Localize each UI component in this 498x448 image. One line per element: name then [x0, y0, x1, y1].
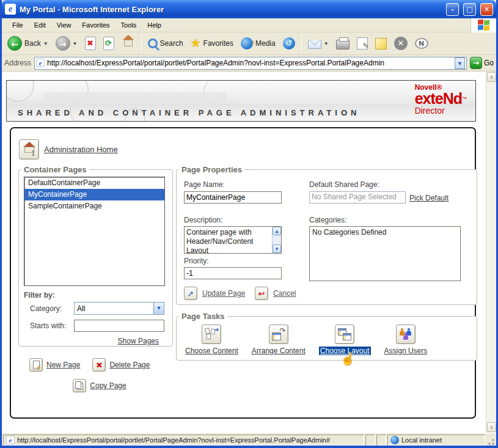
- scroll-up-icon[interactable]: ▲: [273, 227, 281, 235]
- new-page-icon[interactable]: +: [29, 358, 43, 372]
- status-zone-label: Local intranet: [401, 436, 442, 444]
- choose-content-link[interactable]: Choose Content: [185, 347, 238, 355]
- go-arrow-icon: →: [470, 57, 482, 69]
- description-textarea[interactable]: Container page with Header/Nav/Content L…: [184, 226, 282, 254]
- pick-default-link[interactable]: Pick Default: [409, 194, 449, 202]
- categories-listbox[interactable]: No Categories Defined: [309, 226, 461, 281]
- update-page-icon[interactable]: ➚: [184, 287, 197, 300]
- scroll-down-icon[interactable]: ▼: [273, 244, 281, 253]
- list-item[interactable]: DefaultContainerPage: [24, 177, 164, 189]
- mail-dropdown-caret[interactable]: ▼: [324, 41, 329, 46]
- assign-users-icon[interactable]: [396, 325, 416, 344]
- delete-page-link[interactable]: Delete Page: [109, 361, 150, 369]
- address-dropdown-button[interactable]: ▼: [455, 57, 465, 69]
- chevron-down-icon[interactable]: ▼: [153, 303, 164, 314]
- close-button[interactable]: ✕: [480, 3, 493, 16]
- menu-favorites[interactable]: Favorites: [76, 20, 115, 31]
- menu-bar: File Edit View Favorites Tools Help: [2, 18, 496, 32]
- page-name-input[interactable]: [184, 191, 282, 204]
- vertical-scrollbar[interactable]: ∧ ∨: [486, 72, 496, 433]
- cancel-icon[interactable]: ↩: [255, 287, 268, 300]
- page-actions: + New Page ✖ Delete Page Copy Page: [29, 358, 170, 392]
- mail-button[interactable]: ▼: [305, 36, 332, 51]
- task-choose-layout: Choose Layout ☝: [319, 325, 371, 355]
- toolbar-separator: [301, 35, 302, 51]
- category-label: Category:: [30, 304, 74, 313]
- arrange-content-link[interactable]: Arrange Content: [252, 347, 306, 355]
- edit-button[interactable]: [354, 35, 371, 51]
- hand-cursor-icon: ☝: [340, 351, 356, 366]
- forward-button[interactable]: → ▼: [53, 34, 81, 53]
- toolbar-separator: [141, 35, 142, 51]
- home-button[interactable]: [119, 35, 138, 52]
- update-page-link[interactable]: Update Page: [202, 289, 245, 298]
- arrange-content-icon[interactable]: ↷: [269, 325, 288, 344]
- search-button[interactable]: Search: [145, 37, 186, 50]
- history-button[interactable]: [280, 35, 298, 51]
- status-spacer-cell: [365, 435, 375, 446]
- sticky-note-icon: [375, 38, 387, 50]
- resize-grip[interactable]: [486, 435, 495, 446]
- menu-tools[interactable]: Tools: [115, 20, 142, 31]
- assign-users-link[interactable]: Assign Users: [384, 347, 428, 355]
- delete-page-action: ✖ Delete Page: [92, 358, 150, 372]
- back-dropdown-caret[interactable]: ▼: [43, 41, 48, 46]
- cancel-link[interactable]: Cancel: [273, 289, 296, 298]
- new-page-link[interactable]: New Page: [46, 361, 80, 369]
- show-pages-link[interactable]: Show Pages: [118, 337, 159, 345]
- scroll-up-icon[interactable]: ∧: [487, 72, 496, 82]
- back-button[interactable]: ← Back ▼: [4, 34, 51, 53]
- stop-button[interactable]: ✖: [82, 35, 99, 52]
- copy-page-link[interactable]: Copy Page: [90, 381, 126, 390]
- category-select[interactable]: All ▼: [74, 302, 164, 315]
- stop-icon: ✖: [85, 37, 96, 50]
- messenger-x-icon: ✕: [394, 37, 408, 50]
- address-input[interactable]: e http://localhost/ExpressPortal/portal/…: [34, 57, 467, 70]
- update-cancel-row: ➚ Update Page ↩ Cancel: [184, 287, 296, 300]
- description-scrollbar[interactable]: ▲ ▼: [272, 227, 281, 253]
- list-item[interactable]: MyContainerPage: [24, 189, 164, 200]
- page-tasks-fieldset: Page Tasks ➜ Choose Content ↷ Arrange Co…: [176, 312, 477, 361]
- menu-view[interactable]: View: [51, 20, 77, 31]
- starts-with-label: Starts with:: [30, 321, 74, 330]
- starts-with-input[interactable]: [74, 320, 164, 332]
- default-shared-page-label: Default Shared Page:: [309, 180, 379, 189]
- refresh-icon: ⟳: [103, 37, 114, 50]
- page-icon: e: [6, 436, 15, 444]
- forward-dropdown-caret[interactable]: ▼: [73, 41, 78, 46]
- container-pages-listbox[interactable]: DefaultContainerPage MyContainerPage Sam…: [24, 177, 165, 286]
- standard-toolbar: ← Back ▼ → ▼ ✖ ⟳ Search ★ Favorites Medi…: [2, 32, 496, 55]
- priority-input[interactable]: [184, 267, 282, 279]
- windows-flag-icon: [478, 20, 490, 31]
- media-button[interactable]: Media: [238, 35, 279, 51]
- admin-home-link[interactable]: Administration Home: [44, 145, 118, 154]
- page-properties-legend: Page Properties: [179, 165, 244, 174]
- list-item[interactable]: SampleContainerPage: [24, 200, 164, 212]
- address-bar: Address e http://localhost/ExpressPortal…: [2, 55, 496, 72]
- novell-extend-logo: Novell® exteNd™ Director: [415, 84, 467, 115]
- description-label: Description:: [184, 216, 222, 224]
- scroll-down-icon[interactable]: ∨: [487, 422, 496, 432]
- copy-page-icon[interactable]: [73, 379, 86, 392]
- print-button[interactable]: [333, 35, 353, 51]
- menu-help[interactable]: Help: [142, 20, 167, 31]
- intranet-globe-icon: [390, 436, 399, 444]
- back-icon: ←: [7, 36, 22, 51]
- delete-page-icon[interactable]: ✖: [92, 358, 106, 372]
- notify-button[interactable]: N: [412, 36, 431, 51]
- banner-title: SHARED AND CONTAINER PAGE ADMINISTRATION: [18, 108, 360, 117]
- new-page-action: + New Page: [29, 358, 80, 372]
- messenger-button[interactable]: ✕: [391, 35, 411, 52]
- admin-home-icon[interactable]: 🔧︎: [19, 139, 39, 160]
- minimize-button[interactable]: -: [446, 3, 459, 16]
- menu-edit[interactable]: Edit: [29, 20, 51, 31]
- go-button[interactable]: → Go: [470, 57, 494, 69]
- favorites-button[interactable]: ★ Favorites: [188, 36, 236, 51]
- menu-file[interactable]: File: [7, 20, 29, 31]
- choose-layout-icon[interactable]: [335, 325, 354, 344]
- discuss-button[interactable]: [372, 36, 390, 51]
- maximize-button[interactable]: □: [463, 3, 476, 16]
- container-pages-fieldset: Container Pages DefaultContainerPage MyC…: [18, 165, 173, 347]
- refresh-button[interactable]: ⟳: [100, 35, 117, 52]
- choose-content-icon[interactable]: ➜: [202, 325, 221, 344]
